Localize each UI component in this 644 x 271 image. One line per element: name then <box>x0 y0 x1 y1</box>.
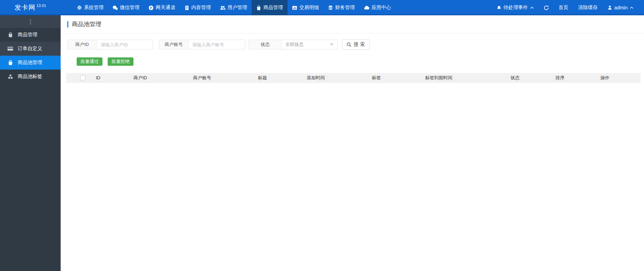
sidebar-item-label: 商品管理 <box>18 32 37 38</box>
nav-item-label: 用户管理 <box>228 5 247 11</box>
merchant-id-input[interactable] <box>97 40 153 49</box>
status-select[interactable]: 全部状态 <box>282 40 337 49</box>
column-header-merchant-account: 商户账号 <box>193 75 258 81</box>
navbar-right: 待处理事件 首页 清除缓存 admin <box>492 0 644 15</box>
vertical-dots-icon <box>30 21 31 22</box>
nav-item-goods[interactable]: 商品管理 <box>252 0 288 15</box>
sidebar-item-label: 订单自定义 <box>18 46 42 52</box>
nav-item-label: 交易明细 <box>299 5 319 11</box>
nav-item-label: 微信管理 <box>120 5 139 11</box>
nav-item-users[interactable]: 用户管理 <box>215 0 252 15</box>
refresh-button[interactable] <box>539 0 554 15</box>
search-button[interactable]: 搜 索 <box>342 39 369 50</box>
credit-card-icon <box>7 46 13 51</box>
column-header-operations: 操作 <box>600 75 641 81</box>
svg-text:P: P <box>150 6 152 9</box>
nav-item-label: 财务管理 <box>335 5 355 11</box>
clear-cache-label: 清除缓存 <box>578 5 598 11</box>
user-icon <box>607 5 612 10</box>
status-group: 状态 全部状态 <box>249 40 338 49</box>
wechat-icon <box>113 5 118 10</box>
status-label: 状态 <box>249 40 282 49</box>
column-header-merchant-id: 商户ID <box>133 75 193 81</box>
bar-chart-icon <box>292 5 297 10</box>
table-body-empty <box>61 83 644 262</box>
nav-item-wechat[interactable]: 微信管理 <box>108 0 144 15</box>
batch-actions: 批量通过 批量拒绝 <box>77 57 644 66</box>
nav-item-apps[interactable]: 应用中心 <box>359 0 396 15</box>
column-header-status: 状态 <box>511 75 555 81</box>
column-header-title: 标题 <box>258 75 307 81</box>
home-link[interactable]: 首页 <box>554 0 573 15</box>
pending-events-label: 待处理事件 <box>504 5 528 11</box>
clear-cache-link[interactable]: 清除缓存 <box>573 0 603 15</box>
merchant-account-group: 商户账号 <box>159 40 245 49</box>
nav-item-label: 商品管理 <box>263 5 283 11</box>
status-selected-value: 全部状态 <box>285 41 304 48</box>
nav-item-finance[interactable]: 财务管理 <box>323 0 359 15</box>
sidebar-item-goods-pool-tags[interactable]: 商品池标签 <box>0 70 61 83</box>
nav-item-trades[interactable]: 交易明细 <box>288 0 323 15</box>
table-header-row: ID 商户ID 商户账号 标题 添加时间 标签 标签到期时间 状态 排序 操作 <box>66 73 641 83</box>
search-button-label: 搜 索 <box>354 41 365 48</box>
document-icon <box>184 5 189 10</box>
brand-version: 13.01 <box>37 3 46 8</box>
nav-item-system[interactable]: 系统管理 <box>72 0 108 15</box>
finance-icon <box>328 5 333 10</box>
column-header-sort: 排序 <box>555 75 600 81</box>
home-label: 首页 <box>559 5 568 11</box>
cloud-icon <box>364 5 369 10</box>
page-header: 商品池管理 <box>61 15 644 33</box>
nav-item-label: 网关通道 <box>156 5 175 11</box>
gear-icon <box>77 5 82 10</box>
caret-down-icon <box>330 43 334 46</box>
main-content: 商品池管理 商户ID 商户账号 状态 全部状态 搜 索 批量通过 批量拒绝 <box>61 15 644 271</box>
sidebar-item-label: 商品池标签 <box>18 73 42 80</box>
refresh-icon <box>544 5 549 10</box>
users-icon <box>220 5 225 10</box>
gateway-icon: P <box>148 5 154 10</box>
sidebar-item-label: 商品池管理 <box>18 59 42 66</box>
bell-icon <box>497 5 501 10</box>
sidebar-item-order-custom[interactable]: 订单自定义 <box>0 42 61 56</box>
select-all-checkbox[interactable] <box>80 75 85 80</box>
column-header-tag-expire: 标签到期时间 <box>425 75 511 81</box>
filter-bar: 商户ID 商户账号 状态 全部状态 搜 索 <box>67 39 644 50</box>
brand-logo[interactable]: 发卡网 13.01 <box>0 0 61 15</box>
nav-item-label: 内容管理 <box>191 5 211 11</box>
sidebar-item-goods-manage[interactable]: 商品管理 <box>0 28 61 42</box>
cubes-icon <box>7 74 13 79</box>
column-header-id: ID <box>96 75 133 80</box>
merchant-id-group: 商户ID <box>67 40 153 49</box>
shopping-bag-icon <box>7 60 13 65</box>
merchant-id-label: 商户ID <box>68 40 97 49</box>
username-label: admin <box>614 5 628 10</box>
page-title: 商品池管理 <box>67 21 101 27</box>
batch-approve-button[interactable]: 批量通过 <box>77 57 102 66</box>
search-icon <box>346 42 352 47</box>
nav-item-gateway[interactable]: P 网关通道 <box>144 0 180 15</box>
top-navbar: 发卡网 13.01 系统管理 微信管理 P 网关通道 内容管理 用户管理 商品管… <box>0 0 644 15</box>
sidebar-collapse-toggle[interactable] <box>0 15 61 28</box>
batch-reject-button[interactable]: 批量拒绝 <box>108 57 133 66</box>
main-nav: 系统管理 微信管理 P 网关通道 内容管理 用户管理 商品管理 交易明细 财务管 <box>72 0 396 15</box>
shopping-bag-icon <box>7 32 13 38</box>
sidebar: 商品管理 订单自定义 商品池管理 商品池标签 <box>0 15 61 271</box>
pending-events-button[interactable]: 待处理事件 <box>492 0 539 15</box>
merchant-account-label: 商户账号 <box>159 40 189 49</box>
sidebar-item-goods-pool-manage[interactable]: 商品池管理 <box>0 56 61 70</box>
chevron-up-icon <box>630 6 634 9</box>
nav-item-label: 系统管理 <box>84 5 104 11</box>
column-header-tag: 标签 <box>372 75 425 81</box>
chevron-up-icon <box>530 6 534 9</box>
merchant-account-input[interactable] <box>189 40 245 49</box>
nav-item-label: 应用中心 <box>371 5 391 11</box>
table-header-check-cell <box>66 75 96 80</box>
shopping-bag-icon <box>256 5 261 10</box>
nav-item-content[interactable]: 内容管理 <box>180 0 215 15</box>
user-menu[interactable]: admin <box>603 0 638 15</box>
column-header-add-time: 添加时间 <box>307 75 372 81</box>
brand-name: 发卡网 <box>15 3 36 12</box>
